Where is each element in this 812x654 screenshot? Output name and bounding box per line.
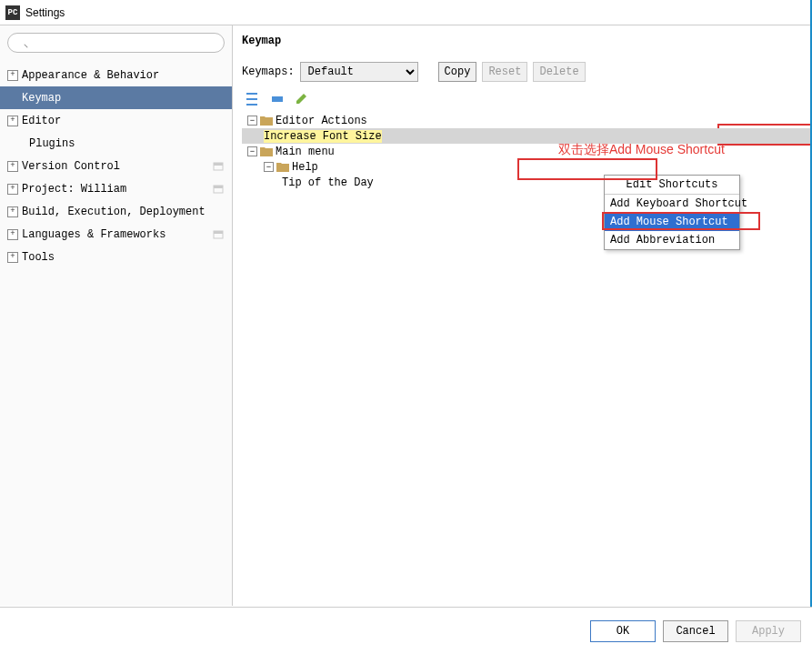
sidebar-item-label: Plugins [29, 137, 225, 150]
sidebar-item-label: Tools [22, 251, 225, 264]
keymaps-label: Keymaps: [242, 65, 295, 78]
sidebar-item-plugins[interactable]: Plugins [0, 132, 232, 155]
menu-item-add-mouse-shortcut[interactable]: Add Mouse Shortcut [605, 213, 739, 231]
expand-icon[interactable]: + [7, 70, 18, 81]
svg-rect-1 [214, 163, 223, 166]
collapse-all-icon[interactable] [269, 91, 286, 107]
app-icon: PC [5, 5, 20, 20]
expand-icon[interactable]: + [7, 229, 18, 240]
sidebar-item-build[interactable]: + Build, Execution, Deployment [0, 200, 232, 223]
sidebar-search-icon [7, 33, 225, 53]
folder-icon [276, 162, 289, 172]
copy-button[interactable]: Copy [438, 62, 477, 82]
tree-row-increase-font[interactable]: Increase Font Size [242, 128, 812, 144]
collapse-icon[interactable]: − [247, 146, 257, 156]
expand-icon[interactable]: + [7, 161, 18, 172]
sidebar-item-label: Version Control [22, 160, 212, 173]
sidebar-item-languages[interactable]: + Languages & Frameworks [0, 223, 232, 246]
sidebar-item-appearance[interactable]: + Appearance & Behavior [0, 64, 232, 86]
expand-icon[interactable]: + [7, 184, 18, 195]
svg-rect-3 [214, 186, 223, 188]
sidebar-item-project[interactable]: + Project: William [0, 177, 232, 200]
svg-rect-5 [214, 231, 223, 234]
expand-all-icon[interactable] [244, 91, 260, 107]
keymap-selector-row: Keymaps: Default Copy Reset Delete [242, 62, 812, 82]
collapse-icon[interactable]: − [264, 162, 274, 172]
tree-label: Increase Font Size [264, 130, 382, 143]
sidebar-item-keymap[interactable]: Keymap [0, 86, 232, 109]
sidebar-item-tools[interactable]: + Tools [0, 246, 232, 268]
tree-label: Main menu [276, 146, 335, 158]
tree-row-help[interactable]: − Help [242, 159, 812, 175]
expand-icon[interactable]: + [7, 206, 18, 217]
expand-icon[interactable]: + [7, 116, 18, 126]
window-title: Settings [25, 6, 65, 19]
tree-row-main-menu[interactable]: − Main menu [242, 144, 812, 159]
sidebar-item-label: Project: William [22, 183, 212, 196]
delete-button[interactable]: Delete [533, 62, 585, 82]
sidebar-item-label: Languages & Frameworks [22, 228, 212, 241]
page-title: Keymap [242, 35, 812, 47]
sidebar-item-label: Appearance & Behavior [22, 69, 225, 82]
sidebar-item-label: Keymap [22, 92, 225, 105]
reset-button[interactable]: Reset [482, 62, 527, 82]
menu-item-add-abbreviation[interactable]: Add Abbreviation [605, 231, 739, 249]
folder-icon [260, 116, 273, 126]
sidebar-item-editor[interactable]: + Editor [0, 109, 232, 132]
settings-tree: + Appearance & Behavior Keymap + Editor … [0, 60, 232, 606]
context-menu: Edit Shortcuts Add Keyboard Shortcut Add… [604, 175, 740, 250]
keymap-toolbar [242, 91, 812, 107]
content-panel: Keymap Keymaps: Default Copy Reset Delet… [233, 25, 812, 606]
apply-button[interactable]: Apply [736, 620, 801, 642]
folder-icon [260, 146, 273, 156]
dialog-button-bar: OK Cancel Apply [0, 607, 812, 654]
tree-label: Editor Actions [276, 115, 367, 127]
edit-icon[interactable] [295, 91, 311, 107]
project-badge-icon [212, 228, 225, 241]
tree-label: Tip of the Day [282, 176, 374, 189]
tree-label: Help [292, 161, 318, 174]
keymaps-select[interactable]: Default [300, 62, 418, 82]
sidebar-item-version-control[interactable]: + Version Control [0, 155, 232, 177]
context-menu-title: Edit Shortcuts [605, 176, 739, 195]
ok-button[interactable]: OK [590, 620, 656, 642]
cancel-button[interactable]: Cancel [663, 620, 728, 642]
collapse-icon[interactable]: − [247, 116, 257, 126]
menu-item-add-keyboard-shortcut[interactable]: Add Keyboard Shortcut [605, 195, 739, 213]
settings-sidebar: + Appearance & Behavior Keymap + Editor … [0, 25, 233, 606]
project-badge-icon [212, 183, 225, 196]
sidebar-search-input[interactable] [7, 33, 225, 53]
sidebar-item-label: Build, Execution, Deployment [22, 206, 225, 218]
project-badge-icon [212, 160, 225, 173]
tree-row-editor-actions[interactable]: − Editor Actions [242, 113, 812, 128]
titlebar: PC Settings [0, 0, 812, 25]
sidebar-item-label: Editor [22, 115, 225, 127]
expand-icon[interactable]: + [7, 252, 18, 263]
